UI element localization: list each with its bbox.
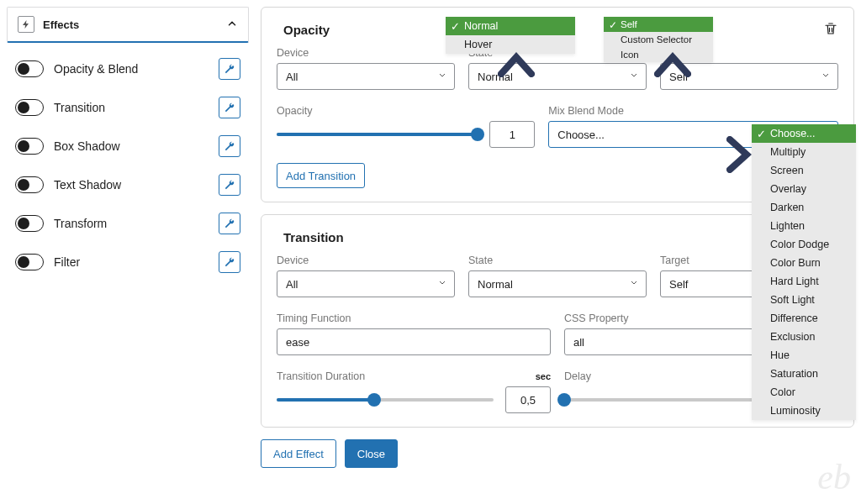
label-state: State bbox=[468, 255, 647, 266]
popup-state-options[interactable]: NormalHover bbox=[446, 17, 575, 54]
trash-icon[interactable] bbox=[823, 21, 838, 39]
add-effect-button[interactable]: Add Effect bbox=[261, 439, 336, 468]
effects-sidebar: Effects Opacity & BlendTransitionBox Sha… bbox=[7, 7, 249, 468]
sidebar-item: Text Shadow bbox=[12, 165, 244, 204]
select-device-opacity[interactable]: All bbox=[277, 63, 455, 90]
dropdown-option[interactable]: Overlay bbox=[752, 180, 856, 198]
dropdown-option[interactable]: Luminosity bbox=[752, 402, 856, 420]
footer-buttons: Add Effect Close bbox=[261, 439, 854, 468]
slider-duration[interactable] bbox=[277, 391, 494, 408]
wrench-icon[interactable] bbox=[219, 97, 240, 118]
watermark-logo: eb bbox=[817, 457, 851, 497]
sidebar-item-label: Box Shadow bbox=[54, 139, 209, 153]
select-state-transition[interactable]: Normal bbox=[468, 270, 647, 297]
sidebar-item: Opacity & Blend bbox=[12, 50, 244, 88]
chevron-down-icon bbox=[629, 71, 639, 83]
wrench-icon[interactable] bbox=[219, 251, 240, 273]
label-delay: Delay bbox=[564, 370, 591, 382]
label-device: Device bbox=[277, 47, 455, 59]
slider-opacity[interactable] bbox=[277, 126, 478, 143]
sidebar-item: Box Shadow bbox=[12, 127, 244, 165]
select-state-opacity[interactable]: Normal bbox=[468, 63, 647, 90]
chevron-down-icon bbox=[821, 71, 831, 83]
toggle[interactable] bbox=[15, 176, 44, 193]
label-opacity: Opacity bbox=[277, 105, 535, 117]
sidebar-item: Transition bbox=[12, 88, 244, 127]
select-device-transition[interactable]: All bbox=[277, 270, 455, 297]
panel-transition-title: Transition bbox=[283, 230, 344, 244]
bolt-icon bbox=[18, 16, 34, 33]
wrench-icon[interactable] bbox=[219, 174, 240, 196]
unit-sec: sec bbox=[536, 371, 551, 381]
dropdown-option[interactable]: Exclusion bbox=[752, 328, 856, 346]
sidebar-item-label: Filter bbox=[54, 255, 209, 269]
toggle[interactable] bbox=[15, 215, 44, 232]
close-button[interactable]: Close bbox=[345, 439, 398, 468]
wrench-icon[interactable] bbox=[219, 213, 240, 234]
dropdown-option[interactable]: Multiply bbox=[752, 143, 856, 161]
sidebar-item-label: Text Shadow bbox=[54, 178, 209, 192]
popup-blend-options[interactable]: Choose...MultiplyScreenOverlayDarkenLigh… bbox=[752, 124, 856, 420]
sidebar-item: Filter bbox=[12, 243, 244, 281]
dropdown-option[interactable]: Darken bbox=[752, 198, 856, 217]
label-duration: Transition Duration bbox=[277, 370, 365, 382]
toggle[interactable] bbox=[15, 99, 44, 116]
sidebar-item-label: Transition bbox=[54, 101, 209, 114]
panel-opacity-title: Opacity bbox=[283, 23, 330, 37]
dropdown-option[interactable]: Choose... bbox=[752, 124, 856, 143]
dropdown-option[interactable]: Difference bbox=[752, 309, 856, 328]
chevron-down-icon bbox=[437, 71, 447, 83]
chevron-down-icon bbox=[629, 278, 639, 291]
dropdown-option[interactable]: Self bbox=[604, 17, 713, 32]
dropdown-option[interactable]: Color Dodge bbox=[752, 235, 856, 254]
toggle[interactable] bbox=[15, 254, 44, 270]
dropdown-option[interactable]: Normal bbox=[446, 17, 575, 35]
dropdown-option[interactable]: Icon bbox=[604, 47, 713, 62]
wrench-icon[interactable] bbox=[219, 135, 240, 157]
dropdown-option[interactable]: Color Burn bbox=[752, 254, 856, 272]
dropdown-option[interactable]: Lighten bbox=[752, 217, 856, 235]
label-timing: Timing Function bbox=[277, 312, 551, 324]
toggle[interactable] bbox=[15, 60, 44, 77]
sidebar-header-effects[interactable]: Effects bbox=[7, 7, 249, 43]
add-transition-button[interactable]: Add Transition bbox=[277, 163, 365, 188]
dropdown-option[interactable]: Soft Light bbox=[752, 291, 856, 309]
input-timing-function[interactable]: ease bbox=[277, 328, 551, 355]
sidebar-item-label: Opacity & Blend bbox=[54, 62, 209, 76]
input-duration-value[interactable]: 0,5 bbox=[505, 386, 551, 413]
dropdown-option[interactable]: Hard Light bbox=[752, 272, 856, 291]
select-target-opacity[interactable]: Self bbox=[660, 63, 838, 90]
label-device: Device bbox=[277, 255, 455, 266]
dropdown-option[interactable]: Saturation bbox=[752, 365, 856, 383]
wrench-icon[interactable] bbox=[219, 58, 240, 80]
chevron-down-icon bbox=[437, 278, 447, 291]
dropdown-option[interactable]: Hue bbox=[752, 346, 856, 365]
sidebar-title: Effects bbox=[43, 18, 79, 31]
label-blend: Mix Blend Mode bbox=[548, 105, 838, 117]
dropdown-option[interactable]: Hover bbox=[446, 35, 575, 54]
popup-target-options[interactable]: SelfCustom SelectorIcon bbox=[604, 17, 713, 62]
dropdown-option[interactable]: Color bbox=[752, 383, 856, 402]
toggle[interactable] bbox=[15, 138, 44, 155]
sidebar-item-label: Transform bbox=[54, 217, 209, 230]
input-opacity-value[interactable]: 1 bbox=[489, 121, 535, 148]
chevron-up-icon bbox=[226, 18, 238, 32]
dropdown-option[interactable]: Custom Selector bbox=[604, 32, 713, 47]
sidebar-item: Transform bbox=[12, 204, 244, 243]
slider-delay[interactable] bbox=[564, 391, 781, 408]
dropdown-option[interactable]: Screen bbox=[752, 161, 856, 180]
